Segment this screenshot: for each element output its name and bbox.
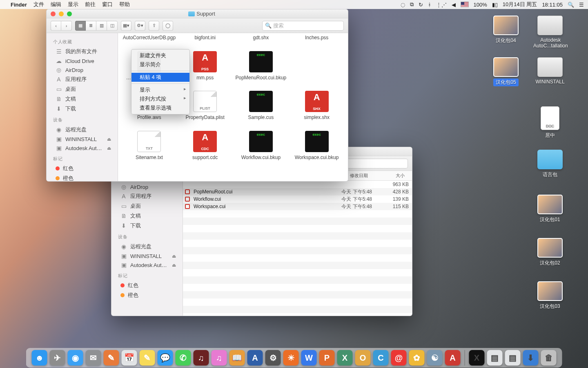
col-size[interactable]: 大小 xyxy=(372,171,409,180)
desktop-item[interactable]: WININSTALL xyxy=(531,57,569,85)
status-wifi-icon[interactable]: ⋮⋰ xyxy=(436,2,447,8)
dock-app[interactable]: 📖 xyxy=(229,350,245,366)
menu-item[interactable]: 粘贴 4 项 xyxy=(131,73,189,82)
file-item[interactable]: bigfont.ini xyxy=(177,35,233,41)
file-item[interactable]: execWorkspace.cui.bkup xyxy=(289,131,345,161)
dock-item[interactable]: 🗑 xyxy=(541,350,557,366)
dock-app[interactable]: O xyxy=(355,350,371,366)
dock-item[interactable]: ⬇ xyxy=(523,350,539,366)
titlebar[interactable]: Support xyxy=(47,9,348,18)
sidebar-item[interactable]: ⬇下载 xyxy=(111,221,183,231)
sidebar-item[interactable]: ☁iCloud Drive xyxy=(47,56,118,65)
file-item[interactable]: gdt.shx xyxy=(233,35,289,41)
dock-app[interactable]: 📅 xyxy=(122,350,137,366)
view-list-button[interactable]: ≣ xyxy=(86,21,96,31)
sidebar-item[interactable]: ▭桌面 xyxy=(47,84,118,94)
status-volume-icon[interactable]: ◀ xyxy=(452,2,456,8)
sidebar-tag[interactable]: 橙色 xyxy=(47,173,118,181)
file-item[interactable]: AutoCorrectUserDB.pgp xyxy=(121,35,177,41)
eject-icon[interactable]: ⏏ xyxy=(172,263,176,268)
finder-window-icons[interactable]: Support ‹ › ▦ ≣ ▥ ◫ ▦▾ ⚙▾ ⇪ ◯ 🔍 搜索 个人收藏☰… xyxy=(46,9,348,182)
dock-app[interactable]: @ xyxy=(391,350,407,366)
dock-app[interactable]: ✈ xyxy=(50,350,65,366)
file-list[interactable]: 名称 修改日期 大小 963 KBPopMenuRoot.cui今天 下午5:4… xyxy=(183,171,412,316)
forward-button[interactable]: › xyxy=(61,21,72,31)
arrange-button[interactable]: ▦▾ xyxy=(121,21,131,31)
menu-view[interactable]: 显示 xyxy=(68,1,78,8)
dock-app[interactable]: ✉ xyxy=(86,350,101,366)
menu-item[interactable]: 排列方式按 xyxy=(131,94,189,103)
menu-window[interactable]: 窗口 xyxy=(102,1,113,8)
menubar-app-name[interactable]: Finder xyxy=(11,2,27,8)
file-item[interactable]: execPopMenuRoot.cui.bkup xyxy=(233,51,289,81)
status-battery-pct[interactable]: 100% xyxy=(474,2,487,8)
eject-icon[interactable]: ⏏ xyxy=(172,254,176,259)
file-item[interactable]: CDCsupport.cdc xyxy=(177,131,233,161)
dock-app[interactable]: ⚙ xyxy=(265,350,281,366)
dock-app[interactable]: W xyxy=(301,350,317,366)
status-input-source-icon[interactable] xyxy=(461,2,469,7)
table-row[interactable]: 963 KB xyxy=(183,181,412,188)
dock-app[interactable]: P xyxy=(319,350,335,366)
sidebar-item[interactable]: ◎AirDrop xyxy=(47,65,118,74)
view-icons-button[interactable]: ▦ xyxy=(75,21,86,31)
sidebar-item[interactable]: ◎AirDrop xyxy=(111,182,183,191)
dock-item[interactable]: X xyxy=(469,350,485,366)
file-item[interactable]: Inches.pss xyxy=(289,35,345,41)
desktop-item[interactable]: 语言包 xyxy=(531,150,569,179)
sidebar-item[interactable]: ◉远程光盘 xyxy=(47,125,118,135)
dock-app[interactable]: ✿ xyxy=(409,350,425,366)
desktop-item[interactable]: 汉化包02 xyxy=(531,238,569,267)
dock-app[interactable]: C xyxy=(373,350,389,366)
sidebar-item[interactable]: A应用程序 xyxy=(111,191,183,201)
sidebar-item[interactable]: ▭桌面 xyxy=(111,201,183,211)
status-time[interactable]: 18:11:05 xyxy=(542,2,563,8)
sidebar-item[interactable]: 🗎文稿 xyxy=(47,94,118,104)
eject-icon[interactable]: ⏏ xyxy=(107,146,111,151)
sidebar-tag[interactable]: 红色 xyxy=(47,164,118,173)
context-menu[interactable]: 新建文件夹显示简介粘贴 4 项显示排列方式按查看显示选项 xyxy=(131,49,190,114)
dock-app[interactable]: ✎ xyxy=(104,350,119,366)
menu-help[interactable]: 帮助 xyxy=(119,1,130,8)
search-input[interactable]: 🔍 搜索 xyxy=(262,21,344,31)
desktop-item[interactable]: Autodesk AutoC...tallation xyxy=(531,16,569,49)
tags-button[interactable]: ◯ xyxy=(163,21,173,31)
status-timemachine-icon[interactable]: ↻ xyxy=(419,2,423,8)
menu-go[interactable]: 前往 xyxy=(85,1,96,8)
file-item[interactable]: SHXsimplex.shx xyxy=(289,91,345,121)
dock-app[interactable]: ♫ xyxy=(194,350,209,366)
status-battery-icon[interactable]: ▮▯ xyxy=(492,2,498,8)
sidebar-item[interactable]: ▣Autodesk AutoC…⏏ xyxy=(111,260,183,269)
file-item[interactable]: TXTSitename.txt xyxy=(121,131,177,161)
share-button[interactable]: ⇪ xyxy=(149,21,159,31)
sidebar-item[interactable]: 🗎文稿 xyxy=(111,211,183,221)
dock-app[interactable]: 💬 xyxy=(158,350,173,366)
desktop-item[interactable]: 汉化包03 xyxy=(531,281,569,310)
dock-app[interactable]: ✎ xyxy=(140,350,155,366)
status-bluetooth-icon[interactable]: ᚼ xyxy=(428,2,431,8)
table-row[interactable]: Workflow.cui今天 下午5:48139 KB xyxy=(183,195,412,203)
desktop-item[interactable]: 汉化包05 xyxy=(487,57,525,86)
desktop-item[interactable]: DOC居中 xyxy=(531,106,569,139)
dock-app[interactable]: ☻ xyxy=(32,350,47,366)
sidebar-item[interactable]: ▣WININSTALL⏏ xyxy=(111,251,183,260)
sidebar-item[interactable]: ▣Autodesk AutoC…⏏ xyxy=(47,144,118,153)
menu-item[interactable]: 查看显示选项 xyxy=(131,103,189,112)
status-display-icon[interactable]: ⧉ xyxy=(410,1,414,8)
dock-app[interactable]: X xyxy=(337,350,353,366)
sidebar-item[interactable]: A应用程序 xyxy=(47,74,118,84)
table-row[interactable]: Workspace.cui今天 下午5:48115 KB xyxy=(183,203,412,210)
menu-item[interactable]: 显示简介 xyxy=(131,60,189,69)
dock-app[interactable]: ✆ xyxy=(176,350,191,366)
dock-app[interactable]: ☯ xyxy=(427,350,443,366)
sidebar-item[interactable]: ▣WININSTALL⏏ xyxy=(47,135,118,144)
menu-file[interactable]: 文件 xyxy=(33,1,44,8)
dock-item[interactable]: ▤ xyxy=(487,350,503,366)
view-coverflow-button[interactable]: ◫ xyxy=(107,21,118,31)
dock[interactable]: ☻✈◉✉✎📅✎💬✆♫♫📖A⚙☀WPXOC@✿☯AX▤▤⬇🗑 xyxy=(26,348,562,368)
dock-app[interactable]: A xyxy=(247,350,263,366)
dock-item[interactable]: ▤ xyxy=(505,350,521,366)
back-button[interactable]: ‹ xyxy=(51,21,61,31)
notification-center-icon[interactable]: ☰ xyxy=(579,2,584,8)
sidebar-tag[interactable]: 红色 xyxy=(111,280,183,290)
